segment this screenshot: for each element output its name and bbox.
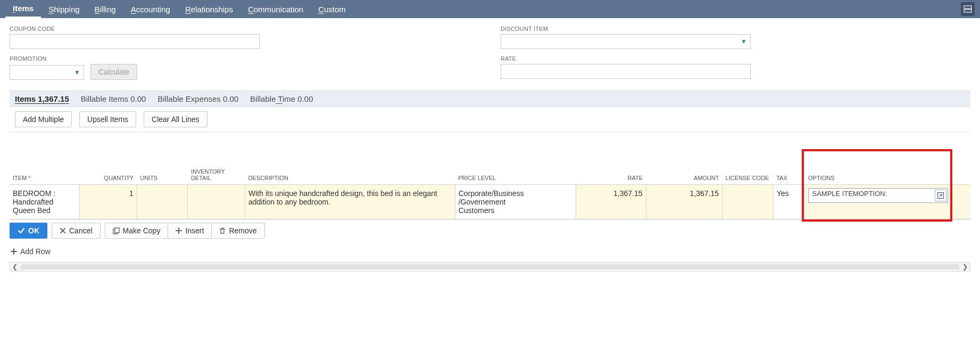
form-area: COUPON CODE PROMOTION ▼ Calculate DISCOU… <box>0 18 980 85</box>
tab-custom[interactable]: Custom <box>311 0 353 18</box>
close-icon <box>60 227 66 234</box>
tab-shipping[interactable]: Shipping <box>41 0 87 18</box>
tab-billing[interactable]: Billing <box>87 0 123 18</box>
clear-all-lines-button[interactable]: Clear All Lines <box>144 111 207 127</box>
subtab-billable-time[interactable]: Billable Time 0.00 <box>250 94 313 103</box>
cell-amount[interactable]: 1,367.15 <box>646 185 722 219</box>
plus-icon <box>176 227 182 234</box>
chevron-down-icon: ▼ <box>741 38 747 45</box>
cell-overflow <box>951 185 970 219</box>
subtab-billable-expenses[interactable]: Billable Expenses 0.00 <box>157 94 238 103</box>
cell-item[interactable]: BEDROOM : Handcrafted Queen Bed <box>10 185 80 219</box>
cell-units[interactable] <box>137 185 188 219</box>
tab-items[interactable]: Items <box>5 0 41 18</box>
cell-tax[interactable]: Yes <box>773 185 805 219</box>
items-table: ITEM * QUANTITY UNITS INVENTORY DETAIL D… <box>10 164 970 219</box>
cell-description[interactable]: With its unique handcrafted design, this… <box>245 185 455 219</box>
promotion-select[interactable]: ▼ <box>10 65 84 80</box>
tab-accounting[interactable]: Accounting <box>123 0 178 18</box>
table-header-row: ITEM * QUANTITY UNITS INVENTORY DETAIL D… <box>10 164 970 185</box>
tab-communication[interactable]: Communication <box>240 0 311 18</box>
discount-item-field: DISCOUNT ITEM ▼ <box>501 26 970 49</box>
row-actions: OK Cancel Make Copy Insert Remove <box>10 219 970 242</box>
add-row-button[interactable]: Add Row <box>10 244 970 259</box>
col-item[interactable]: ITEM * <box>10 164 80 185</box>
make-copy-button[interactable]: Make Copy <box>105 223 169 239</box>
panel-toggle-button[interactable] <box>961 2 975 16</box>
required-star-icon: * <box>28 175 30 181</box>
col-inventory-detail[interactable]: INVENTORY DETAIL <box>188 164 245 185</box>
subtab-billable-items[interactable]: Billable Items 0.00 <box>81 94 146 103</box>
tab-items-label-rest: tems <box>15 4 34 13</box>
calculate-button[interactable]: Calculate <box>90 64 137 80</box>
col-amount[interactable]: AMOUNT <box>646 164 722 185</box>
horizontal-scrollbar[interactable]: ❮ ❯ <box>10 262 970 272</box>
svg-rect-1 <box>964 10 971 12</box>
rate-input[interactable] <box>501 64 751 79</box>
svg-rect-0 <box>964 6 971 9</box>
remove-button[interactable]: Remove <box>212 223 264 239</box>
col-description[interactable]: DESCRIPTION <box>245 164 455 185</box>
col-price-level[interactable]: PRICE LEVEL <box>455 164 576 185</box>
cell-rate[interactable]: 1,367.15 <box>576 185 646 219</box>
cell-price-level[interactable]: Corporate/Business/GovernementCustomers <box>455 185 576 219</box>
discount-item-label: DISCOUNT ITEM <box>501 26 970 32</box>
discount-item-select[interactable]: ▼ <box>501 34 751 49</box>
add-multiple-button[interactable]: Add Multiple <box>15 111 72 127</box>
scroll-right-icon[interactable]: ❯ <box>962 263 968 271</box>
col-license-code[interactable]: LICENSE CODE <box>722 164 774 185</box>
expand-icon <box>937 192 944 199</box>
main-tab-bar: Items Shipping Billing Accounting Relati… <box>0 0 980 18</box>
promotion-label: PROMOTION <box>10 55 479 62</box>
options-input[interactable]: SAMPLE ITEMOPTION: <box>808 188 948 203</box>
plus-icon <box>11 248 17 255</box>
col-quantity[interactable]: QUANTITY <box>80 164 137 185</box>
subtab-items[interactable]: Items 1,367.15 <box>15 94 69 103</box>
col-tax[interactable]: TAX <box>773 164 805 185</box>
cancel-button[interactable]: Cancel <box>52 223 101 239</box>
coupon-code-label: COUPON CODE <box>10 26 479 32</box>
cell-quantity[interactable]: 1 <box>80 185 137 219</box>
table-row[interactable]: BEDROOM : Handcrafted Queen Bed 1 With i… <box>10 185 970 219</box>
sublist-tab-strip: Items 1,367.15 Billable Items 0.00 Billa… <box>10 91 970 107</box>
items-table-wrap: ITEM * QUANTITY UNITS INVENTORY DETAIL D… <box>10 164 970 219</box>
check-icon <box>18 227 25 234</box>
svg-rect-4 <box>115 227 119 232</box>
col-options[interactable]: OPTIONS <box>805 164 951 185</box>
col-overflow <box>951 164 970 185</box>
col-rate[interactable]: RATE <box>576 164 646 185</box>
trash-icon <box>219 227 226 234</box>
coupon-code-input[interactable] <box>10 34 260 49</box>
tab-relationships[interactable]: Relationships <box>178 0 240 18</box>
copy-icon <box>113 227 120 234</box>
coupon-code-field: COUPON CODE <box>10 26 479 49</box>
col-units[interactable]: UNITS <box>137 164 188 185</box>
insert-button[interactable]: Insert <box>168 223 212 239</box>
rate-label: RATE <box>501 55 970 62</box>
options-expand-button[interactable] <box>935 190 946 201</box>
panel-icon <box>964 5 972 13</box>
chevron-down-icon: ▼ <box>74 69 80 76</box>
scroll-thumb[interactable] <box>21 264 959 270</box>
scroll-left-icon[interactable]: ❮ <box>12 263 18 271</box>
list-actions-row: Add Multiple Upsell Items Clear All Line… <box>10 107 970 132</box>
ok-button[interactable]: OK <box>10 223 47 239</box>
cell-options[interactable]: SAMPLE ITEMOPTION: <box>805 185 951 219</box>
row-actions-group: Make Copy Insert Remove <box>105 223 265 239</box>
cell-license-code[interactable] <box>722 185 774 219</box>
cell-inventory-detail[interactable] <box>188 185 245 219</box>
rate-field: RATE <box>501 55 970 79</box>
upsell-items-button[interactable]: Upsell Items <box>79 111 136 127</box>
